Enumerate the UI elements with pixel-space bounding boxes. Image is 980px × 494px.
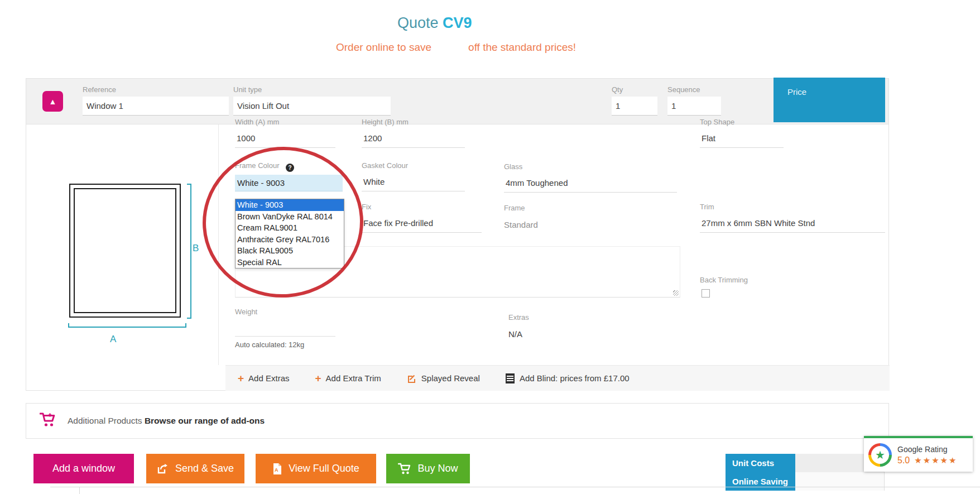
send-and-save-button[interactable]: Send & Save [146, 454, 244, 483]
promo-prefix: Order online to save [336, 41, 431, 54]
view-full-quote-button[interactable]: A View Full Quote [256, 454, 376, 483]
sequence-label: Sequence [667, 85, 721, 94]
frame-colour-option[interactable]: Special RAL [236, 257, 344, 268]
additional-products-bar[interactable]: Additional Products Browse our range of … [26, 403, 889, 439]
buy-now-button[interactable]: Buy Now [386, 454, 470, 483]
google-rating-text: Google Rating 5.0 ★★★★★ [897, 445, 958, 466]
quote-label: Quote [397, 15, 439, 31]
frame-colour-listbox: White - 9003 Brown VanDyke RAL 8014 Crea… [235, 199, 344, 268]
frame-colour-option[interactable]: Anthracite Grey RAL7016 [236, 234, 344, 246]
back-trimming-checkbox[interactable] [702, 289, 710, 298]
frame-colour-option[interactable]: Black RAL9005 [236, 245, 344, 257]
online-saving-row: Online Saving [726, 472, 885, 491]
unit-costs-label: Unit Costs [726, 454, 795, 472]
send-and-save-label: Send & Save [175, 463, 234, 474]
height-input[interactable]: 1200 [362, 129, 465, 148]
weight-input[interactable] [235, 319, 335, 337]
add-a-window-label: Add a window [52, 463, 115, 474]
weight-field-group: Weight Auto calculated: 12kg [235, 308, 335, 349]
qty-label: Qty [612, 85, 657, 94]
qty-input[interactable]: 1 [612, 97, 657, 116]
add-blind-label: Add Blind: prices from £17.00 [520, 373, 630, 383]
width-label: Width (A) mm [235, 118, 335, 126]
glass-select[interactable]: 4mm Toughened [504, 174, 677, 193]
google-rating-widget[interactable]: ★ Google Rating 5.0 ★★★★★ [864, 436, 973, 472]
dimension-label-b: B [193, 243, 199, 254]
trim-label: Trim [700, 203, 885, 211]
unit-type-input[interactable]: Vision Lift Out [233, 97, 391, 116]
weight-label: Weight [235, 308, 335, 316]
plus-icon: + [315, 373, 321, 383]
price-panel-header[interactable]: Price [774, 78, 885, 122]
online-saving-value [795, 472, 885, 491]
extras-value: N/A [508, 324, 620, 343]
frame-colour-field-group: Frame Colour ? White - 9003 [235, 161, 343, 191]
add-a-window-button[interactable]: Add a window [33, 454, 134, 483]
dimension-bracket-a [68, 323, 186, 328]
frame-colour-option[interactable]: Cream RAL9001 [236, 222, 344, 234]
promo-gap [431, 41, 468, 54]
height-field-group: Height (B) mm 1200 [362, 118, 465, 148]
view-full-quote-label: View Full Quote [289, 463, 359, 474]
fix-select[interactable]: Face fix Pre-drilled [362, 214, 482, 233]
frame-colour-option[interactable]: White - 9003 [236, 199, 344, 211]
buy-now-label: Buy Now [417, 463, 458, 474]
trim-select[interactable]: 27mm x 6mm SBN White Stnd [700, 214, 885, 233]
dimension-label-a: A [110, 334, 116, 345]
share-icon [157, 463, 169, 474]
splayed-reveal-button[interactable]: Splayed Reveal [407, 373, 480, 383]
add-blind-button[interactable]: Add Blind: prices from £17.00 [506, 373, 630, 383]
chevron-up-icon: ▲ [49, 97, 57, 106]
unit-costs-row: Unit Costs [726, 454, 885, 472]
unit-type-field-group: Unit type Vision Lift Out [233, 85, 391, 116]
reference-input[interactable]: Window 1 [83, 97, 229, 116]
plus-icon: + [238, 373, 244, 383]
pdf-file-icon: A [272, 463, 282, 475]
dimension-bracket-b [187, 184, 191, 319]
promo-suffix: off the standard prices! [468, 41, 576, 54]
frame-colour-option[interactable]: Brown VanDyke RAL 8014 [236, 211, 344, 223]
promo-banner: Order online to save off the standard pr… [336, 41, 576, 54]
help-icon[interactable]: ? [286, 164, 294, 172]
back-trimming-label: Back Trimming [700, 276, 748, 284]
fix-label: Fix [362, 203, 482, 211]
unit-type-label: Unit type [233, 85, 391, 94]
qty-field-group: Qty 1 [612, 85, 657, 116]
extras-label: Extras [508, 313, 620, 322]
fix-field-group: Fix Face fix Pre-drilled [362, 203, 482, 233]
google-rating-score: 5.0 [897, 455, 910, 466]
add-extras-label: Add Extras [248, 373, 289, 383]
blind-icon [506, 373, 515, 383]
browse-addons-link[interactable]: Browse our range of add-ons [145, 416, 265, 425]
edit-pencil-icon [407, 373, 416, 383]
unit-actions-strip: + Add Extras + Add Extra Trim Splayed Re… [225, 365, 890, 391]
gasket-colour-label: Gasket Colour [362, 161, 465, 170]
add-extra-trim-button[interactable]: + Add Extra Trim [315, 373, 381, 383]
additional-products-text: Additional Products Browse our range of … [68, 416, 265, 426]
add-extra-trim-label: Add Extra Trim [326, 373, 381, 383]
page-bottom-tick [79, 487, 80, 494]
online-saving-label: Online Saving [726, 472, 795, 491]
resize-handle[interactable] [673, 290, 679, 296]
frame-colour-select[interactable]: White - 9003 [235, 175, 343, 191]
top-shape-select[interactable]: Flat [700, 129, 784, 148]
width-input[interactable]: 1000 [235, 129, 335, 148]
frame-label: Frame [504, 204, 616, 212]
google-rating-badge-icon: ★ [868, 443, 892, 467]
star-icon: ★ [871, 446, 889, 464]
splayed-reveal-label: Splayed Reveal [421, 373, 480, 383]
google-rating-stars: ★★★★★ [914, 455, 957, 466]
gasket-colour-select[interactable]: White [362, 172, 465, 191]
cart-icon [398, 463, 411, 475]
collapse-unit-button[interactable]: ▲ [42, 91, 63, 112]
width-field-group: Width (A) mm 1000 [235, 118, 335, 148]
reference-field-group: Reference Window 1 [83, 85, 229, 116]
quote-builder-page: Quote CV9 Order online to save off the s… [0, 0, 980, 494]
add-extras-button[interactable]: + Add Extras [238, 373, 289, 383]
google-rating-title: Google Rating [897, 445, 958, 454]
card-vertical-divider [218, 124, 219, 365]
height-label: Height (B) mm [362, 118, 465, 126]
sequence-input[interactable]: 1 [667, 97, 721, 116]
frame-field-group: Frame Standard [504, 204, 616, 234]
additional-products-prefix: Additional Products [68, 416, 142, 425]
